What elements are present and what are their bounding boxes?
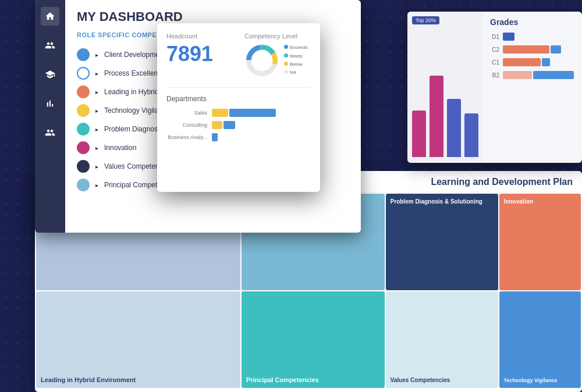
dept-bars-sales <box>212 109 276 117</box>
comp-dot-2 <box>77 85 90 98</box>
grade-label-b2: B2 <box>490 72 499 79</box>
gbar <box>503 58 541 66</box>
popup-top-row: Headcount 7891 Competency Level <box>166 33 311 78</box>
vbar-4 <box>464 113 478 157</box>
comp-dot-0 <box>77 48 90 61</box>
sidebar-icon-contacts[interactable] <box>41 36 59 55</box>
grade-row-c2: C2 <box>490 45 575 54</box>
donut-chart <box>244 43 279 78</box>
gbar <box>551 45 561 54</box>
grades-title: Grades <box>490 17 575 27</box>
grade-row-d1: D1 <box>490 33 575 41</box>
comp-dot-5 <box>77 141 90 154</box>
treemap-cell-probdiag: Problem Diagnosis & Solutioning <box>386 194 498 290</box>
dept-name-sales: Sales <box>166 110 207 116</box>
grade-label-d1: D1 <box>490 34 499 40</box>
vertical-bars <box>412 76 478 157</box>
sidebar-icon-team[interactable] <box>41 123 59 142</box>
dept-bars-business <box>212 133 218 141</box>
sidebar-icon-education[interactable] <box>41 65 59 84</box>
dept-title: Departments <box>166 95 311 103</box>
dept-row-sales: Sales <box>166 109 311 117</box>
top20-section: Top 20% <box>407 12 483 163</box>
donut-container: Exceeds Meets Below NA <box>244 43 311 78</box>
comp-name-1: Process Excellence <box>104 69 165 77</box>
dept-name-business: Business Analy... <box>166 134 207 140</box>
grades-section: Grades D1 C2 C1 <box>483 12 582 163</box>
headcount-label: Headcount <box>166 33 233 40</box>
headcount-value: 7891 <box>166 42 233 66</box>
grade-bars-c2 <box>503 45 575 54</box>
dbar <box>223 121 235 129</box>
dept-bars-consulting <box>212 121 235 129</box>
gbar <box>503 45 549 54</box>
dbar <box>212 133 218 141</box>
dbar <box>212 121 222 129</box>
donut-legend: Exceeds Meets Below NA <box>284 44 308 77</box>
grade-label-c2: C2 <box>490 47 499 53</box>
comp-dot-7 <box>77 179 90 191</box>
grade-bars-c1 <box>503 58 575 66</box>
treemap-cell-principal: Principal Competencies <box>242 291 385 388</box>
comp-name-5: Innovation <box>104 144 136 152</box>
competency-level-section: Competency Level Exceeds Meets <box>244 33 311 78</box>
comp-dot-1 <box>77 67 90 80</box>
grade-bars-b2 <box>503 71 575 79</box>
svg-point-4 <box>253 51 271 69</box>
gbar <box>503 33 514 41</box>
headcount-popup: Headcount 7891 Competency Level <box>157 23 320 192</box>
treemap-cell-techvig: Technology Vigilance <box>499 291 581 388</box>
vbar-1 <box>412 111 426 157</box>
dept-name-consulting: Consulting <box>166 122 207 128</box>
comp-level-title: Competency Level <box>244 33 311 40</box>
gbar <box>542 58 550 66</box>
dbar <box>212 109 228 117</box>
treemap-cell-innov: Innovation <box>499 194 581 290</box>
gbar <box>503 71 532 79</box>
sidebar-icon-home[interactable] <box>41 7 59 26</box>
vbar-3 <box>447 99 461 157</box>
comp-dot-4 <box>77 123 90 136</box>
comp-dot-3 <box>77 104 90 117</box>
vbar-2 <box>430 76 443 157</box>
sidebar-icon-analytics[interactable] <box>41 94 59 113</box>
grade-row-c1: C1 <box>490 58 575 66</box>
treemap-cell-values: Values Competencies <box>386 291 498 388</box>
treemap-cell-hybrid: Leading in Hybrid Environment <box>36 291 240 388</box>
grade-row-b2: B2 <box>490 71 575 79</box>
grade-bars-d1 <box>503 33 575 41</box>
comp-dot-6 <box>77 160 90 173</box>
dbar <box>229 109 276 117</box>
gbar <box>533 71 574 79</box>
headcount-section: Headcount 7891 <box>166 33 233 78</box>
sidebar <box>35 0 65 233</box>
grades-card: Top 20% Grades D1 C2 <box>407 12 582 163</box>
grade-label-c1: C1 <box>490 59 499 66</box>
dept-row-consulting: Consulting <box>166 121 311 129</box>
departments-section: Departments Sales Consulting Business An… <box>166 87 311 141</box>
dept-row-business: Business Analy... <box>166 133 311 141</box>
dashboard-title: MY DASHBOARD <box>77 9 349 24</box>
top20-badge: Top 20% <box>412 16 439 24</box>
